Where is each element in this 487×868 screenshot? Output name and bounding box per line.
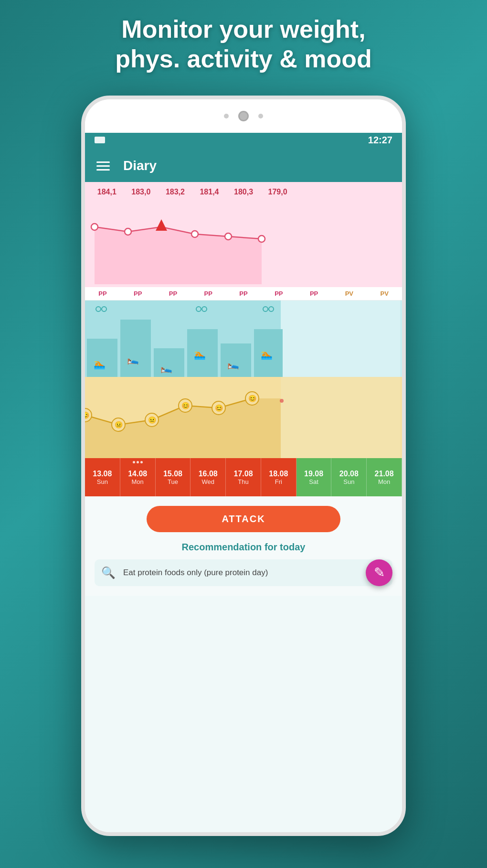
hamburger-line-2 [96,165,110,167]
phone-dot-left [224,114,229,118]
menu-icon[interactable] [96,161,110,171]
date-dots [133,461,143,463]
svg-point-1 [91,224,98,230]
recommendation-text: Eat protein foods only (pure protein day… [123,568,268,577]
weight-val-7 [295,188,329,196]
svg-text:🛌: 🛌 [227,358,239,370]
weight-val-8 [329,188,363,196]
mood-chart-svg: 😊 😐 😐 😊 😊 😊 [85,377,402,458]
phase-pp-4: PP [191,290,226,297]
recommendation-title: Recommendation for today [95,542,392,553]
weight-val-4: 181,4 [192,188,227,196]
weight-val-5: 180,3 [226,188,261,196]
chart-container: 184,1 183,0 183,2 181,4 180,3 179,0 [85,182,402,496]
svg-point-2 [125,228,131,235]
date-cell-mon-14[interactable]: 14.08 Mon [120,458,156,496]
svg-text:🏊: 🏊 [94,358,106,370]
svg-marker-0 [95,227,262,284]
phase-pp-5: PP [226,290,261,297]
svg-text:😊: 😊 [215,404,223,412]
weight-val-6: 179,0 [261,188,295,196]
svg-rect-10 [120,320,151,377]
hero-title: Monitor your weight, phys. activity & mo… [0,14,487,74]
hamburger-line-3 [96,169,110,171]
date-cell-sun-13[interactable]: 13.08 Sun [85,458,120,496]
recommendation-card: 🔍 Eat protein foods only (pure protein d… [95,559,392,586]
weight-values-row: 184,1 183,0 183,2 181,4 180,3 179,0 [85,188,402,196]
hamburger-line-1 [96,161,110,163]
phase-pv-2: PV [367,290,402,297]
date-cell-tue-15[interactable]: 15.08 Tue [156,458,191,496]
attack-button[interactable]: ATTACK [147,506,340,532]
svg-marker-3 [156,219,167,231]
phone-frame: 12:27 Diary 184,1 183,0 183,2 181,4 18 [81,96,406,836]
weight-chart-svg [85,198,402,284]
phase-pp-1: PP [85,290,120,297]
phone-top-bar [85,99,402,133]
date-cell-wed-16[interactable]: 16.08 Wed [191,458,226,496]
weight-val-1: 184,1 [90,188,124,196]
notification-icon [95,137,105,143]
svg-text:🛌: 🛌 [160,362,172,374]
phase-pv-1: PV [331,290,367,297]
svg-rect-8 [281,300,400,377]
phase-pp-3: PP [156,290,191,297]
svg-text:😐: 😐 [115,421,123,429]
svg-point-4 [191,231,198,237]
status-bar: 12:27 [85,130,402,150]
svg-point-6 [258,236,265,242]
svg-text:😊: 😊 [181,402,190,410]
svg-text:😊: 😊 [248,395,257,403]
weight-val-9 [363,188,398,196]
svg-point-5 [225,233,232,240]
svg-text:😊: 😊 [85,411,90,419]
app-title: Diary [123,158,157,173]
svg-text:🛌: 🛌 [127,354,139,365]
app-screen: 12:27 Diary 184,1 183,0 183,2 181,4 18 [85,130,402,832]
status-time: 12:27 [368,135,392,146]
svg-text:😐: 😐 [148,416,157,424]
svg-text:🏊: 🏊 [261,349,273,360]
date-cell-mon-21[interactable]: 21.08 Mon [367,458,402,496]
phase-pp-6: PP [261,290,296,297]
date-row: 13.08 Sun 14.08 Mon 15.08 Tue 16.08 Wed [85,458,402,496]
weight-val-3: 183,2 [158,188,192,196]
recommendation-icon: 🔍 [101,565,116,581]
svg-rect-28 [281,377,400,458]
phase-pp-2: PP [120,290,156,297]
phone-camera [238,111,249,121]
bottom-section: ATTACK Recommendation for today 🔍 Eat pr… [85,496,402,596]
date-cell-fri-18[interactable]: 18.08 Fri [261,458,296,496]
date-cell-sat-19[interactable]: 19.08 Sat [296,458,332,496]
fab-edit-icon: ✎ [374,565,385,580]
app-header: Diary [85,150,402,182]
phase-pp-7: PP [296,290,332,297]
date-cell-sun-20[interactable]: 20.08 Sun [331,458,367,496]
activity-chart-svg: 🏊 🛌 🛌 🏊 🛌 🏊 [85,300,402,377]
mood-chart[interactable]: 😊 😐 😐 😊 😊 😊 [85,377,402,458]
date-cell-thu-17[interactable]: 17.08 Thu [226,458,261,496]
weight-val-2: 183,0 [124,188,159,196]
phase-row: PP PP PP PP PP PP PP PV PV [85,287,402,300]
svg-point-41 [280,399,284,403]
phone-dot-right [258,114,263,118]
svg-text:🏊: 🏊 [194,349,206,360]
fab-edit-button[interactable]: ✎ [366,559,392,586]
svg-rect-9 [87,339,117,377]
activity-chart[interactable]: 🏊 🛌 🛌 🏊 🛌 🏊 [85,300,402,377]
weight-chart[interactable]: 184,1 183,0 183,2 181,4 180,3 179,0 [85,182,402,287]
